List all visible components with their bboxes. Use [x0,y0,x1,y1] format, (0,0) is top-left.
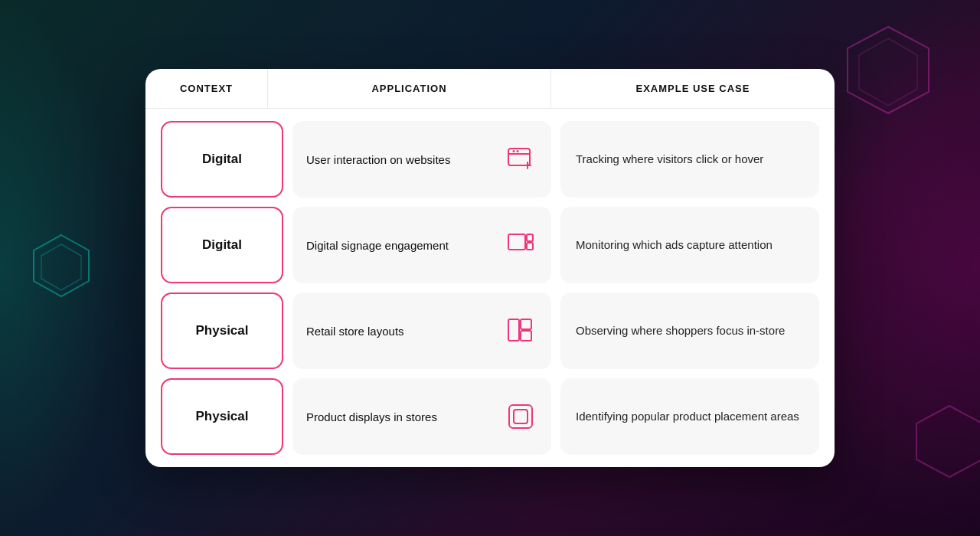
svg-rect-7 [527,234,533,241]
main-card: CONTEXT APPLICATION EXAMPLE USE CASE Dig… [145,69,835,467]
svg-rect-8 [527,243,533,250]
hex-decoration-right-bottom [911,402,980,490]
example-cell-4: Identifying popular product placement ar… [560,378,819,455]
app-text-1: User interaction on websites [306,152,504,168]
app-cell-4: Product displays in stores [292,378,551,455]
app-cell-2: Digital signage engagement [292,207,551,283]
header-context: CONTEXT [145,69,268,108]
svg-rect-0 [508,149,530,165]
table-body: Digital User interaction on websites [145,109,835,467]
app-text-2: Digital signage engagement [306,237,504,253]
svg-rect-11 [521,331,531,341]
table-row: Digital User interaction on websites [161,121,819,198]
layout-grid-icon [504,314,537,348]
example-cell-1: Tracking where visitors click or hover [560,121,819,198]
hex-decoration-left [31,234,92,302]
digital-signage-icon [504,228,537,262]
header-example: EXAMPLE USE CASE [551,69,835,108]
header-application: APPLICATION [268,69,551,108]
context-cell-2: Digital [161,207,283,283]
app-cell-3: Retail store layouts [292,293,551,369]
table-header: CONTEXT APPLICATION EXAMPLE USE CASE [145,69,835,109]
browser-add-icon [504,142,537,176]
table-row: Physical Product displays in stores Iden… [161,378,819,455]
svg-rect-6 [508,234,525,250]
svg-rect-10 [521,319,531,329]
table-row: Physical Retail store layouts Observing … [161,293,819,369]
app-text-3: Retail store layouts [306,323,504,339]
context-cell-3: Physical [161,293,283,369]
example-cell-3: Observing where shoppers focus in-store [560,293,819,369]
svg-rect-12 [509,405,532,428]
svg-rect-13 [514,410,528,423]
table-row: Digital Digital signage engagement Monit… [161,207,819,283]
display-box-icon [504,400,537,433]
app-text-4: Product displays in stores [306,409,504,425]
svg-rect-9 [508,319,519,341]
context-cell-4: Physical [161,378,283,455]
example-cell-2: Monitoring which ads capture attention [560,207,819,283]
app-cell-1: User interaction on websites [292,121,551,198]
hex-decoration-right-top [842,23,934,130]
context-cell-1: Digital [161,121,283,198]
